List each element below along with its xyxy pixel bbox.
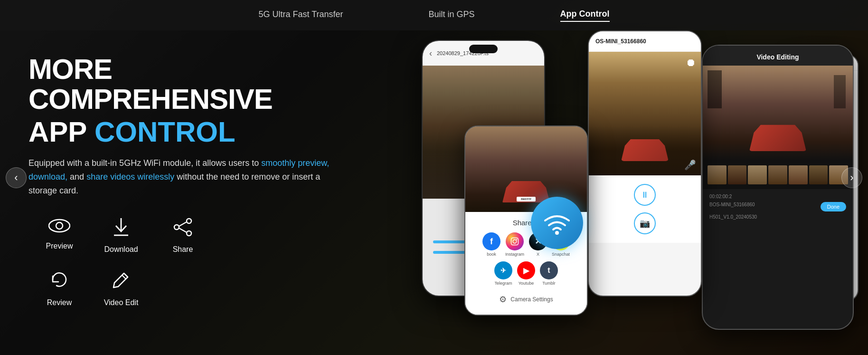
hero-title-app: APP: [28, 116, 86, 148]
highlight-preview: smoothly preview,: [261, 158, 329, 168]
video-timeline[interactable]: [703, 161, 853, 189]
svg-point-12: [516, 239, 517, 240]
nav-item-5g[interactable]: 5G Ultra Fast Transfer: [258, 10, 343, 21]
review-icon: [49, 269, 70, 294]
feature-download[interactable]: Download: [90, 217, 152, 269]
video-editing-header: Video Editing: [703, 46, 853, 66]
phones-showcase-area: ‹ 20240829_174220F.ts BW07ITP: [346, 30, 868, 355]
share-app-youtube[interactable]: ▶ Youtube: [517, 261, 535, 286]
svg-point-13: [555, 231, 559, 235]
share-app-tumblr[interactable]: t Tumblr: [540, 261, 558, 286]
phone-r1-video-frame: ⏺ 🎤: [589, 52, 701, 175]
telegram-label: Telegram: [494, 281, 512, 286]
timeline-cell-3: [748, 165, 767, 184]
back-arrow-icon[interactable]: ‹: [429, 48, 432, 58]
device-ref-label: BOS-MINI_53166860: [709, 202, 755, 211]
phone-video-editing: Video Editing 00:02:00:2 BOS-MINI_53166: [702, 45, 854, 330]
info-row-timestamp: 00:02:00:2: [709, 194, 846, 199]
svg-point-6: [187, 231, 191, 236]
youtube-label: Youtube: [519, 281, 534, 286]
left-panel: MORE COMPREHENSIVE APP CONTROL Equipped …: [0, 30, 361, 355]
hero-title-line1: MORE COMPREHENSIVE: [28, 54, 337, 114]
hero-title-line2: APP CONTROL: [28, 117, 337, 147]
top-navigation: 5G Ultra Fast Transfer Built in GPS App …: [0, 0, 868, 30]
chevron-left-icon: ‹: [14, 172, 18, 184]
camera-settings-label: Camera Settings: [510, 296, 553, 303]
share-app-telegram[interactable]: ✈ Telegram: [494, 261, 512, 286]
svg-point-5: [174, 225, 179, 230]
svg-line-7: [179, 222, 187, 226]
feature-video-edit[interactable]: Video Edit: [90, 269, 152, 322]
recording-icon: ⏺: [686, 57, 696, 69]
phone-osmini: OS-MINI_53166860 ⏺ 🎤 ⏸ 📷: [588, 30, 702, 297]
prev-arrow-button[interactable]: ‹: [6, 167, 27, 188]
timeline-cell-1: [708, 165, 726, 184]
share-app-facebook[interactable]: f book: [482, 232, 500, 257]
svg-point-1: [56, 222, 63, 229]
tumblr-icon: t: [540, 261, 558, 279]
preview-label: Preview: [46, 242, 73, 250]
feature-share[interactable]: Share: [152, 217, 214, 269]
nav-item-app-control[interactable]: App Control: [560, 9, 610, 22]
review-label: Review: [47, 298, 72, 307]
svg-point-11: [513, 240, 517, 243]
download-icon: [111, 217, 131, 240]
cancel-button[interactable]: Cancel: [516, 311, 537, 316]
video-editing-info: 00:02:00:2 BOS-MINI_53166860 Done H501_V…: [703, 189, 853, 227]
version-label: H501_V1.0_20240530: [709, 214, 757, 220]
x-label: X: [537, 252, 539, 257]
phone-notch: [469, 45, 498, 53]
facebook-icon: f: [482, 232, 500, 250]
instagram-label: Instagram: [505, 252, 524, 257]
telegram-icon: ✈: [494, 261, 512, 279]
video-edit-label: Video Edit: [104, 298, 139, 307]
tumblr-label: Tumblr: [542, 281, 556, 286]
phone-r1-header: OS-MINI_53166860: [589, 31, 701, 52]
highlight-download: download,: [28, 172, 67, 182]
info-row-version: H501_V1.0_20240530: [709, 214, 846, 220]
youtube-icon: ▶: [517, 261, 535, 279]
svg-rect-10: [511, 238, 518, 245]
timeline-cell-5: [789, 165, 808, 184]
next-arrow-button[interactable]: ›: [841, 167, 862, 188]
timeline-cell-2: [728, 165, 747, 184]
phone-r1-controls: ⏸ 📷: [589, 175, 701, 243]
camera-settings-item[interactable]: ⚙ Camera Settings: [499, 291, 553, 307]
snapchat-label: Snapchat: [552, 252, 570, 257]
video-editing-frame: [703, 66, 853, 161]
share-app-instagram[interactable]: Instagram: [505, 232, 524, 257]
instagram-icon: [506, 232, 524, 250]
hero-description: Equipped with a built-in 5GHz WiFi modul…: [28, 156, 337, 197]
pause-button[interactable]: ⏸: [634, 184, 656, 206]
svg-point-4: [187, 219, 191, 223]
svg-line-8: [179, 228, 187, 232]
done-button[interactable]: Done: [821, 202, 846, 211]
mic-icon: 🎤: [684, 159, 696, 171]
share-label: Share: [173, 245, 193, 254]
camera-button[interactable]: 📷: [634, 212, 656, 234]
timeline-cell-6: [809, 165, 828, 184]
feature-preview[interactable]: Preview: [28, 217, 90, 269]
share-icon: [173, 217, 193, 240]
nav-item-gps[interactable]: Built in GPS: [429, 10, 475, 21]
facebook-label: book: [487, 252, 496, 257]
video-edit-icon: [111, 269, 132, 294]
highlight-share: share videos wirelessly: [86, 172, 174, 182]
timestamp-label: 00:02:00:2: [709, 194, 732, 199]
svg-line-9: [122, 275, 126, 279]
feature-icons-grid: Preview Download: [28, 217, 337, 322]
feature-review[interactable]: Review: [28, 269, 90, 322]
wifi-bubble: [531, 197, 583, 249]
hero-title-control: CONTROL: [94, 116, 236, 148]
info-row-device: BOS-MINI_53166860 Done: [709, 202, 846, 211]
preview-icon: [48, 217, 70, 237]
svg-point-0: [49, 220, 70, 232]
chevron-right-icon: ›: [850, 172, 853, 184]
timeline-cell-4: [768, 165, 787, 184]
download-label: Download: [104, 245, 138, 254]
